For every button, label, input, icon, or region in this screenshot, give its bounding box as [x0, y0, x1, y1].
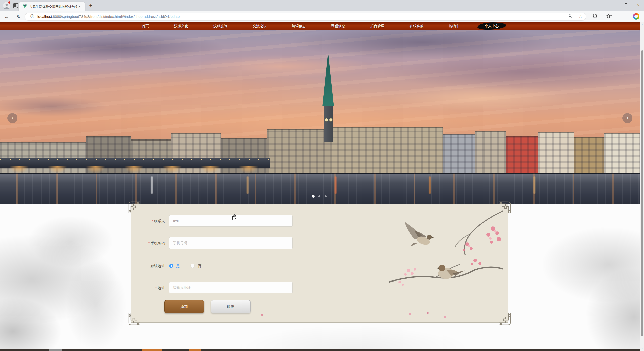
- nav-item-customer-service[interactable]: 在线客服: [410, 24, 424, 28]
- required-mark: *: [152, 219, 153, 223]
- submit-button[interactable]: 添加: [164, 300, 204, 313]
- scroll-up-icon[interactable]: ▲: [640, 23, 644, 27]
- site-info-icon[interactable]: ⓘ: [30, 14, 34, 19]
- petal-decoration: [427, 312, 429, 314]
- back-icon[interactable]: ←: [4, 14, 10, 20]
- refresh-icon[interactable]: ↻: [16, 14, 22, 20]
- url-text: localhost:8080/springboot784q8/front/dis…: [37, 15, 180, 19]
- phone-input[interactable]: [169, 237, 293, 249]
- window-close-button[interactable]: ×: [632, 0, 644, 9]
- petal-decoration: [261, 314, 263, 316]
- nav-item-home[interactable]: 首页: [142, 24, 149, 28]
- cancel-button[interactable]: 取消: [211, 300, 251, 313]
- radio-yes[interactable]: [169, 264, 173, 268]
- new-tab-button[interactable]: +: [88, 3, 94, 9]
- more-menu-icon[interactable]: ···: [619, 14, 625, 20]
- clock-tower: [324, 106, 333, 142]
- url-host: localhost: [37, 15, 52, 19]
- phone-label: *手机号码: [132, 241, 165, 246]
- page-scrollbar[interactable]: ▲ ▼: [640, 22, 644, 351]
- clock-face: [325, 118, 328, 122]
- carousel-dot-active[interactable]: [312, 195, 315, 198]
- petal-decoration: [409, 313, 411, 315]
- nav-item-personal-center[interactable]: 个人中心: [485, 24, 499, 28]
- footer-strip: [0, 349, 640, 351]
- site-nav: 首页 汉服文化 汉服服装 交流论坛 诗词信息 课程信息 后台管理 在线客服 购物…: [0, 22, 640, 30]
- required-mark: *: [148, 241, 150, 245]
- nav-item-admin[interactable]: 后台管理: [370, 24, 384, 28]
- browser-tab[interactable]: 古风生活体验交流网站的设计与实 ×: [19, 2, 85, 11]
- tab-close-icon[interactable]: ×: [77, 4, 82, 9]
- petal-decoration: [444, 316, 446, 318]
- browser-toolbar: ← ↻ ⓘ localhost:8080/springboot784q8/fro…: [0, 11, 644, 22]
- toolbar-divider: [602, 14, 602, 20]
- contact-label: *联系人: [132, 219, 165, 224]
- address-label: *地址: [132, 286, 165, 290]
- radio-yes-label[interactable]: 是: [176, 264, 180, 268]
- hero-carousel-image: ‹ ›: [0, 30, 640, 204]
- extensions-icon[interactable]: [592, 14, 598, 20]
- favorite-star-icon[interactable]: ☆: [579, 14, 582, 19]
- carousel-dot[interactable]: [325, 195, 327, 197]
- window-minimize-button[interactable]: —: [608, 0, 620, 9]
- tab-actions-icon[interactable]: [13, 3, 18, 8]
- url-path: :8080/springboot784q8/front/dist/index.h…: [52, 15, 180, 19]
- bridge-lights: [0, 159, 270, 160]
- clock-face: [329, 118, 333, 122]
- corner-ornament: [499, 313, 512, 326]
- vue-favicon: [23, 4, 27, 8]
- required-mark: *: [155, 286, 157, 290]
- address-input[interactable]: [169, 282, 293, 293]
- favorites-bar-icon[interactable]: [606, 14, 613, 20]
- footer-fragment: [49, 349, 62, 351]
- nav-item-hanfu-clothing[interactable]: 汉服服装: [213, 24, 227, 28]
- window-restore-button[interactable]: [620, 0, 632, 9]
- footer-fragment: [189, 349, 201, 351]
- browser-tab-strip: 古风生活体验交流网站的设计与实 × + — ×: [0, 0, 644, 11]
- default-address-label: 默认地址: [132, 264, 165, 268]
- restore-icon: [625, 3, 627, 6]
- nav-item-courses[interactable]: 课程信息: [331, 24, 345, 28]
- tab-title: 古风生活体验交流网站的设计与实: [29, 5, 79, 9]
- scrollbar-thumb[interactable]: [641, 50, 643, 336]
- corner-ornament: [128, 313, 141, 326]
- radio-no-label[interactable]: 否: [198, 264, 201, 268]
- carousel-next-button[interactable]: ›: [622, 113, 632, 123]
- nav-item-hanfu-culture[interactable]: 汉服文化: [174, 24, 188, 28]
- section-divider: [0, 333, 640, 333]
- address-bar[interactable]: ⓘ localhost:8080/springboot784q8/front/d…: [25, 13, 586, 21]
- nav-item-cart[interactable]: 购物车: [449, 24, 459, 28]
- plum-blossom-birds-art: [384, 206, 505, 290]
- nav-item-forum[interactable]: 交流论坛: [253, 24, 267, 28]
- footer-fragment: [142, 349, 162, 351]
- notification-dot: [8, 1, 10, 4]
- nav-item-poetry[interactable]: 诗词信息: [292, 24, 306, 28]
- password-key-icon[interactable]: [568, 14, 573, 19]
- browser-window: 古风生活体验交流网站的设计与实 × + — × ← ↻ ⓘ localhost:…: [0, 0, 644, 351]
- corner-ornament: [128, 201, 141, 214]
- church-spire: [322, 52, 334, 106]
- corner-ornament: [499, 201, 512, 214]
- radio-no[interactable]: [190, 264, 195, 268]
- mouse-cursor-pointer: [231, 214, 236, 220]
- scroll-down-icon[interactable]: ▼: [640, 346, 644, 350]
- river-water: [0, 173, 640, 204]
- copilot-icon[interactable]: [633, 13, 639, 20]
- carousel-prev-button[interactable]: ‹: [7, 113, 17, 123]
- carousel-dot[interactable]: [318, 195, 320, 197]
